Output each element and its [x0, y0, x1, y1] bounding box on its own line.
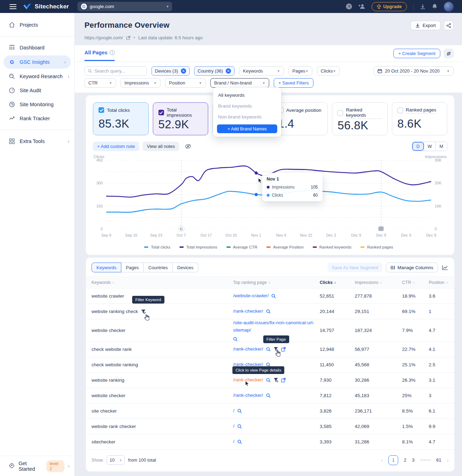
open-page-external-icon[interactable] [281, 347, 286, 352]
page-search-icon[interactable] [266, 378, 271, 382]
page-link[interactable]: /rank-checker/ [233, 308, 263, 315]
checkbox-checked[interactable] [158, 110, 164, 115]
page-number-61[interactable]: 61 [436, 457, 441, 463]
page-search-icon[interactable] [271, 294, 276, 298]
next-page-button[interactable]: › [447, 457, 449, 463]
page-size-select[interactable]: 10▾ [107, 455, 125, 465]
view-all-notes-button[interactable]: View all notes [143, 142, 179, 151]
page-number-2[interactable]: 2 [404, 457, 406, 463]
sidebar-item-site-audit[interactable]: Site Audit [0, 83, 74, 97]
page-search-icon[interactable] [266, 309, 271, 314]
upgrade-button[interactable]: Upgrade [372, 2, 407, 11]
page-search-icon[interactable] [237, 409, 242, 413]
legend-item-ranked-keywords[interactable]: Ranked keywords [313, 245, 351, 249]
page-link[interactable]: /site-audit-issues/fix-non-canonical-url… [233, 319, 315, 334]
page-search-icon[interactable] [233, 337, 238, 341]
hide-notes-eye-off-icon[interactable] [185, 144, 191, 149]
domain-selector[interactable]: G google.com ▾ [77, 2, 172, 11]
metric-card-total-impressions[interactable]: Total impressions 52.9K [153, 102, 209, 135]
column-header-ctr[interactable]: CTR↑↓ [402, 280, 429, 285]
filter-select-keywords[interactable]: Keywords▼ [239, 66, 284, 76]
checkbox-checked[interactable] [98, 107, 104, 113]
legend-item-average-position[interactable]: Average Position [266, 245, 304, 249]
notifications-bell-icon[interactable] [432, 4, 437, 9]
period-w-button[interactable]: W [424, 142, 435, 151]
filter-keyword-icon[interactable] [141, 309, 146, 314]
segment-settings-gear-icon[interactable]: ⚙ [444, 49, 454, 58]
saved-filters-button[interactable]: + Saved Filters [274, 78, 313, 88]
filter-select-impressions[interactable]: Impressions▼ [121, 78, 161, 88]
filter-select-clicks[interactable]: Clicks▼ [317, 66, 340, 76]
compare-chart-icon[interactable] [441, 264, 449, 271]
prev-page-button[interactable]: ‹ [381, 457, 383, 463]
sidebar-item-site-monitoring[interactable]: Site Monitoring [0, 97, 74, 111]
metric-card-ranked-pages[interactable]: Ranked pages 8.6K [392, 102, 448, 135]
checkbox-unchecked[interactable] [398, 108, 403, 113]
share-button[interactable] [444, 21, 454, 30]
page-number-1[interactable]: 1 [388, 455, 398, 465]
page-link[interactable]: / [233, 423, 235, 430]
download-icon[interactable] [420, 4, 426, 9]
period-d-button[interactable]: D [412, 142, 424, 151]
filter-chip-country-36-[interactable]: Country (36) ✕ [194, 66, 235, 76]
column-header-impressions[interactable]: Impressions↑↓ [355, 280, 402, 285]
column-header-keywords[interactable]: Keywords↑↓ [91, 280, 233, 285]
metric-card-total-clicks[interactable]: Total clicks 85.3K [93, 102, 149, 135]
page-search-icon[interactable] [237, 440, 242, 444]
remove-filter-icon[interactable]: ✕ [226, 68, 231, 74]
metric-card-ranked-keywords[interactable]: Ranked keywords 56.8K [332, 102, 388, 135]
add-brand-names-button[interactable]: + Add Brand Names [217, 124, 277, 133]
page-link[interactable]: /rank-checker/ [233, 346, 263, 353]
dropdown-item-all-keywords[interactable]: All keywords [213, 90, 281, 101]
date-range-picker[interactable]: 20 Oct 2020 - 20 Nov 2020▼ [374, 66, 454, 76]
filter-page-icon[interactable] [273, 378, 278, 382]
page-link[interactable]: /website-crawler/ [233, 292, 269, 300]
page-search-icon[interactable] [266, 393, 271, 398]
sidebar-item-get-started[interactable]: Get Started level 2 › [0, 456, 74, 476]
external-link-icon[interactable] [126, 36, 130, 40]
sidebar-item-dashboard[interactable]: Dashboard [0, 41, 74, 55]
page-link[interactable]: / [233, 438, 235, 446]
filter-chip-devices-3-[interactable]: Devices (3) ✕ [151, 66, 190, 76]
filter-select-ctr[interactable]: CTR▼ [84, 78, 116, 88]
table-tab-keywords[interactable]: Keywords [91, 263, 121, 272]
sidebar-item-extra-tools[interactable]: Extra Tools › [0, 134, 74, 148]
add-custom-note-button[interactable]: + Add custom note [93, 142, 139, 151]
dropdown-item-brand-keywords[interactable]: Brand keywords [213, 101, 281, 111]
save-as-new-segment-button[interactable]: Save As New Segment [327, 263, 382, 272]
column-header-top-ranking-page[interactable]: Top ranking page↑↓ [233, 280, 320, 285]
sitechecker-logo[interactable]: Sitechecker [23, 3, 69, 11]
open-page-external-icon[interactable] [281, 378, 286, 382]
manage-columns-button[interactable]: Manage Columns [386, 263, 438, 272]
note-marker[interactable] [379, 226, 384, 231]
page-link[interactable]: / [233, 407, 235, 415]
hamburger-menu-icon[interactable] [9, 4, 16, 9]
column-header-clicks[interactable]: Clicks↑↓ [320, 280, 355, 285]
checkbox-unchecked[interactable] [338, 110, 343, 116]
legend-item-average-ctr[interactable]: Average CTR [226, 245, 257, 249]
create-segment-button[interactable]: + Create Segment [393, 49, 440, 58]
column-header-position[interactable]: Position↑↓ [429, 280, 449, 285]
help-icon[interactable]: ? [346, 4, 352, 9]
page-search-icon[interactable] [237, 424, 242, 429]
site-url[interactable]: https://google.com/ [84, 35, 123, 40]
table-tab-devices[interactable]: Devices [173, 263, 198, 272]
google-update-marker[interactable]: G [178, 226, 184, 232]
legend-item-total-clicks[interactable]: Total clicks [144, 245, 170, 249]
remove-filter-icon[interactable]: ✕ [181, 68, 186, 74]
page-search-icon[interactable] [266, 347, 271, 352]
sidebar-item-gsc-insights[interactable]: G GSC Insights › [4, 55, 71, 69]
sidebar-item-rank-tracker[interactable]: Rank Tracker [0, 111, 74, 125]
tab-all-pages[interactable]: All Pages i [84, 50, 115, 61]
sidebar-item-keyword-research[interactable]: Keyword Research › [0, 69, 74, 83]
period-m-button[interactable]: M [435, 142, 447, 151]
search-query-input[interactable] [94, 68, 143, 74]
filter-select-pages[interactable]: Pages▼ [288, 66, 312, 76]
sidebar-item-projects[interactable]: Projects [0, 18, 74, 32]
legend-item-total-impressions[interactable]: Total impressions [179, 245, 217, 249]
page-link[interactable]: /rank-checker/ [233, 392, 263, 399]
table-tab-countries[interactable]: Countries [144, 263, 173, 272]
filter-select-position[interactable]: Position▼ [165, 78, 206, 88]
page-number-3[interactable]: 3 [412, 457, 414, 463]
dropdown-item-non-brand-keywords[interactable]: Non-brand keywords [213, 111, 281, 122]
